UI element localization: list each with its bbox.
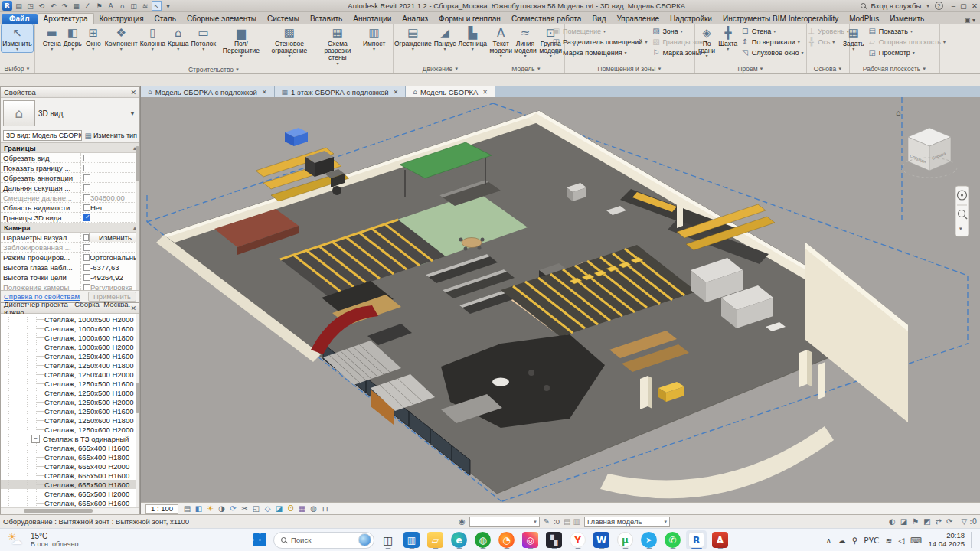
close-icon[interactable]: ✕ bbox=[130, 305, 136, 312]
qat-icon[interactable]: R bbox=[2, 1, 12, 11]
qat-icon[interactable]: A bbox=[106, 1, 116, 11]
ribbon-button[interactable]: ◈ По грани ▾ bbox=[697, 24, 717, 59]
browser-tree-item[interactable]: Стеллаж, 1000x600 H2000 bbox=[1, 342, 139, 351]
close-icon[interactable]: ✕ bbox=[482, 89, 488, 96]
taskbar-app[interactable]: ◎ bbox=[520, 530, 541, 549]
view-control-icon[interactable]: ◑ bbox=[217, 504, 227, 513]
selection-toggle-icon[interactable]: ◪ bbox=[900, 517, 907, 526]
workset-select[interactable]: ▾ bbox=[469, 517, 540, 527]
tray-icon[interactable]: РУС bbox=[864, 536, 879, 545]
ribbon-button[interactable]: ❖ Компонент ▾ bbox=[104, 24, 139, 67]
ribbon-tab[interactable]: Аннотации bbox=[348, 14, 397, 24]
browser-tree-item[interactable]: Стеллаж, 1000x600 H1600 bbox=[1, 324, 139, 333]
ribbon-button[interactable]: ▆ Пол/Перекрытие ▾ bbox=[217, 24, 265, 67]
design-options-icon[interactable]: ▤ bbox=[564, 517, 570, 526]
start-button[interactable] bbox=[250, 530, 270, 549]
view-control-icon[interactable]: ◍ bbox=[309, 504, 318, 513]
edit-type-button[interactable]: ▦ Изменить тип bbox=[84, 132, 137, 140]
property-row[interactable]: Показать границу ... bbox=[1, 163, 139, 173]
ribbon-tab[interactable]: Надстройки bbox=[665, 14, 717, 24]
ribbon-tab[interactable]: Инструменты BIM Interoperability bbox=[717, 14, 844, 24]
taskbar-app[interactable]: ▱ bbox=[425, 530, 446, 549]
qat-icon[interactable]: ⚑ bbox=[94, 1, 104, 11]
property-row[interactable]: Обрезать аннотации bbox=[1, 173, 139, 183]
ribbon-button[interactable]: ◲ Просмотр ▾ bbox=[867, 47, 947, 57]
qat-icon[interactable]: ◳ bbox=[25, 1, 35, 11]
editing-requests-icon[interactable]: ✎ bbox=[544, 517, 550, 526]
ribbon-button[interactable]: ⚑ Марка помещения ▾ bbox=[550, 47, 648, 57]
scrollbar[interactable] bbox=[1, 507, 139, 514]
taskbar-app[interactable]: µ bbox=[615, 530, 635, 549]
show-desktop-button[interactable] bbox=[971, 532, 974, 549]
view-tab[interactable]: ⌂ Модель СБОРКА ✕ bbox=[406, 86, 495, 97]
property-row[interactable]: Границы 3D вида bbox=[1, 213, 139, 223]
ribbon-button[interactable]: ▱ Опорная плоскость ▾ bbox=[867, 37, 947, 47]
checkbox[interactable] bbox=[83, 264, 90, 271]
ribbon-button[interactable]: ≈ Линия модели ▾ bbox=[513, 24, 537, 59]
ribbon-button[interactable]: ▭ Потолок ▾ bbox=[190, 24, 217, 67]
qat-icon[interactable]: ▤ bbox=[14, 1, 24, 11]
view-control-icon[interactable]: ◪ bbox=[274, 504, 284, 513]
ribbon-button[interactable]: ▙ Лестница ▾ bbox=[458, 24, 488, 52]
close-icon[interactable]: ✕ bbox=[130, 89, 136, 96]
ribbon-button[interactable]: ◧ Дверь ▾ bbox=[63, 24, 83, 67]
ribbon-button[interactable]: ▩ Стеновое ограждение ▾ bbox=[266, 24, 313, 67]
selection-toggle-icon[interactable]: ◐ bbox=[889, 517, 896, 526]
tray-icon[interactable]: ∧ bbox=[825, 536, 831, 545]
ribbon-button[interactable]: ▦ Задать ▾ bbox=[842, 24, 865, 52]
ribbon-button[interactable]: ◹ Слуховое окно ▾ bbox=[740, 47, 805, 57]
checkbox[interactable] bbox=[83, 204, 90, 211]
ribbon-button[interactable]: ◫ Разделитель помещений ▾ bbox=[550, 37, 648, 47]
view-control-icon[interactable]: ▦ bbox=[297, 504, 307, 513]
browser-tree-item[interactable]: Стеллаж, 665x400 H1600 bbox=[1, 443, 139, 452]
ribbon-tab[interactable]: Изменить bbox=[884, 14, 929, 24]
property-row[interactable]: Режим проециров... Ортогональный bbox=[1, 253, 139, 262]
qat-icon[interactable]: ▾ bbox=[163, 1, 173, 11]
view-tab[interactable]: ▦ 1 этаж СБОРКА с подложкой ✕ bbox=[275, 86, 407, 97]
browser-tree-item[interactable]: Стеллаж, 1250x600 H1600 bbox=[1, 406, 139, 416]
taskbar-app[interactable]: ◔ bbox=[496, 530, 517, 549]
checkbox[interactable] bbox=[83, 284, 90, 291]
browser-tree-item[interactable]: Стеллаж, 665x600 H1600 bbox=[1, 498, 139, 507]
checkbox[interactable] bbox=[83, 214, 90, 221]
checkbox[interactable] bbox=[83, 244, 90, 251]
checkbox[interactable] bbox=[83, 194, 90, 201]
tray-icon[interactable]: ☁ bbox=[838, 536, 846, 545]
qat-icon[interactable]: ▦ bbox=[71, 1, 81, 11]
scrollbar[interactable] bbox=[136, 143, 139, 290]
scale-button[interactable]: 1 : 100 bbox=[145, 504, 178, 514]
view-control-icon[interactable]: ☀ bbox=[205, 504, 215, 513]
taskbar-app[interactable]: W bbox=[591, 530, 612, 549]
checkbox[interactable] bbox=[83, 155, 90, 161]
browser-tree-item[interactable]: Стеллаж, 665x400 H1800 bbox=[1, 452, 139, 461]
ribbon-button[interactable]: ▥ Импост ▾ bbox=[362, 24, 386, 67]
browser-tree-item[interactable]: Стеллаж, 665x400 H2000 bbox=[1, 461, 139, 471]
ribbon-button[interactable]: ⊞ Окно ▾ bbox=[83, 24, 103, 67]
property-row[interactable]: Дальняя секущая ... bbox=[1, 183, 139, 193]
browser-tree-item[interactable]: Стеллаж, 665x500 H1600 bbox=[1, 471, 139, 480]
view-tab[interactable]: ⌂ Модель СБОРКА с подложкой ✕ bbox=[141, 86, 275, 97]
ribbon-button[interactable]: ◢ Пандус ▾ bbox=[433, 24, 457, 52]
tray-icon[interactable]: ⌨ bbox=[910, 536, 922, 545]
scrollbar[interactable] bbox=[136, 314, 139, 507]
taskbar-app[interactable]: e bbox=[449, 530, 469, 549]
weather-widget[interactable]: ☀☁ 15°C В осн. облачно bbox=[0, 532, 86, 549]
browser-tree-item[interactable]: Стеллаж, 1000x600 H1800 bbox=[1, 333, 139, 342]
ribbon-tab[interactable]: Вид bbox=[586, 14, 611, 24]
clock[interactable]: 20:18 14.04.2025 bbox=[928, 532, 965, 549]
taskbar-search[interactable]: Поиск bbox=[273, 532, 374, 549]
browser-tree-item[interactable]: Стеллаж, 1250x500 H1800 bbox=[1, 388, 139, 397]
ribbon-tab[interactable]: Файл bbox=[2, 14, 38, 24]
view-control-icon[interactable]: ◱ bbox=[251, 504, 261, 513]
ribbon-tab[interactable]: Формы и генплан bbox=[433, 14, 506, 24]
view-cube[interactable]: ⌂ Спереди Справа bbox=[896, 109, 957, 178]
tray-icon[interactable]: ⚲ bbox=[852, 536, 858, 545]
ribbon-tab[interactable]: Сталь bbox=[149, 14, 181, 24]
browser-tree-item[interactable]: Стеллаж, 665x500 H2000 bbox=[1, 489, 139, 498]
design-options-icon[interactable]: ▥ bbox=[573, 517, 580, 526]
ribbon-button[interactable]: ▬ Стена ▾ bbox=[42, 24, 62, 67]
ribbon-tab[interactable]: Системы bbox=[262, 14, 305, 24]
ribbon-button[interactable]: ╋ Шахта ▾ bbox=[718, 24, 738, 59]
search-icon[interactable] bbox=[861, 3, 866, 8]
qat-icon[interactable]: ⌂ bbox=[117, 1, 127, 11]
